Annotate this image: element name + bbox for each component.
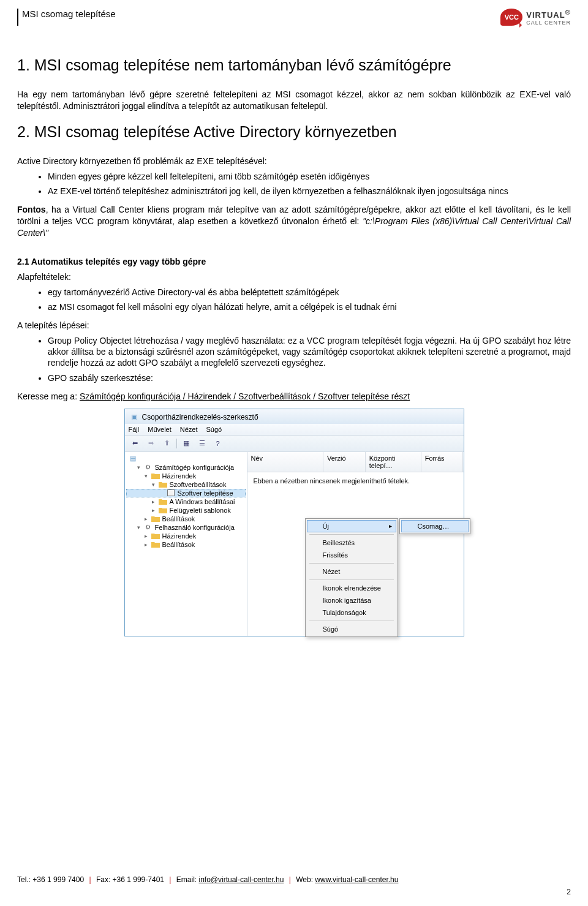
- step-1: Group Policy Objectet létrehozása / vagy…: [48, 335, 571, 369]
- tree-item-2[interactable]: ▾Szoftverbeállítások: [126, 480, 246, 489]
- forward-button[interactable]: ➡: [145, 437, 158, 450]
- section1-heading: 1. MSI csomag telepítése nem tartományba…: [17, 56, 571, 74]
- help-icon[interactable]: ?: [211, 437, 225, 450]
- tree-toggle-icon[interactable]: ▾: [136, 524, 141, 530]
- tree-item-9[interactable]: ▸Beállítások: [126, 540, 246, 549]
- tree-item-3[interactable]: Szoftver telepítése: [126, 489, 246, 497]
- footer-fax: +36 1 999-7401: [113, 875, 164, 884]
- context-menu-item-0[interactable]: Új: [307, 520, 396, 532]
- up-button[interactable]: ⇧: [160, 437, 174, 450]
- tree-item-label: Szoftver telepítése: [178, 489, 233, 497]
- window-titlebar: ▣ Csoportházirendkezelés-szerkesztő: [125, 409, 464, 424]
- footer-tel-label: Tel.:: [17, 875, 32, 884]
- col-version[interactable]: Verzió: [323, 452, 366, 472]
- tree-item-4[interactable]: ▸A Windows beállításai: [126, 497, 246, 506]
- tree-item-label: Házirendek: [162, 472, 197, 480]
- menubar: Fájl Művelet Nézet Súgó: [125, 424, 464, 436]
- footer-sep-2: |: [169, 875, 171, 884]
- tree-root[interactable]: ▤: [126, 455, 246, 463]
- folder-icon: [151, 515, 160, 523]
- footer-sep-1: |: [89, 875, 91, 884]
- logo-line2: CALL CENTER: [526, 20, 571, 26]
- tree-item-label: Beállítások: [162, 541, 195, 548]
- col-source[interactable]: Forrás: [421, 452, 464, 472]
- context-menu: ÚjBeillesztésFrissítésNézetIkonok elrend…: [305, 518, 398, 637]
- context-menu-item-11[interactable]: Súgó: [307, 623, 396, 635]
- app-icon: ▣: [130, 413, 138, 421]
- toolbar: ⬅ ➡ ⇧ ▦ ☰ ?: [125, 436, 464, 452]
- back-button[interactable]: ⬅: [129, 437, 142, 450]
- folder-icon: [151, 541, 160, 548]
- pre-item-1: az MSI csomagot fel kell másolni egy oly…: [48, 301, 571, 312]
- pre-label: Alapfeltételek:: [17, 271, 571, 283]
- logo-reg: ®: [565, 9, 571, 16]
- gpedit-window: ▣ Csoportházirendkezelés-szerkesztő Fájl…: [124, 409, 464, 636]
- section2-bullet-0: Minden egyes gépre kézzel kell feltelepí…: [48, 171, 571, 182]
- context-menu-item-9[interactable]: Tulajdonságok: [307, 606, 396, 619]
- tree-toggle-icon[interactable]: ▸: [151, 507, 156, 513]
- menu-file[interactable]: Fájl: [129, 426, 140, 433]
- context-menu-item-5[interactable]: Nézet: [307, 565, 396, 578]
- context-menu-item-8[interactable]: Ikonok igazítása: [307, 594, 396, 606]
- tree-item-label: A Windows beállításai: [170, 498, 235, 505]
- tree-item-5[interactable]: ▸Felügyeleti sablonok: [126, 506, 246, 515]
- brand-logo: VCC VIRTUAL® CALL CENTER: [500, 9, 571, 26]
- page-number: 2: [17, 888, 571, 896]
- tree-item-8[interactable]: ▸Házirendek: [126, 532, 246, 540]
- list-icon[interactable]: ☰: [195, 437, 209, 450]
- section2-heading: 2. MSI csomag telepítése Active Director…: [17, 123, 571, 141]
- section21-heading: 2.1 Automatikus telepítés egy vagy több …: [17, 256, 571, 268]
- logo-line1: VIRTUAL: [526, 10, 565, 20]
- section2-intro: Active Directory környezetben fő problém…: [17, 156, 571, 167]
- col-name[interactable]: Név: [247, 452, 323, 472]
- find-prefix: Keresse meg a:: [17, 391, 80, 401]
- tree-item-1[interactable]: ▾Házirendek: [126, 472, 246, 480]
- folder-icon: [159, 507, 167, 514]
- tree-toggle-icon[interactable]: ▾: [151, 481, 156, 488]
- tree-toggle-icon[interactable]: ▾: [143, 473, 149, 479]
- grid-icon[interactable]: ▦: [179, 437, 193, 450]
- tree-pane[interactable]: ▤ ▾⚙Számítógép konfigurációja▾Házirendek…: [125, 452, 247, 636]
- tree-toggle-icon[interactable]: ▾: [136, 464, 141, 470]
- footer-web[interactable]: www.virtual-call-center.hu: [315, 875, 398, 884]
- tree-toggle-icon[interactable]: ▸: [143, 533, 149, 539]
- menu-view[interactable]: Nézet: [180, 426, 198, 433]
- context-menu-separator: [309, 579, 394, 580]
- menu-action[interactable]: Művelet: [148, 426, 172, 433]
- pre-item-0: egy tartományvezérlő Active Directory-va…: [48, 287, 571, 298]
- tree-toggle-icon[interactable]: ▸: [143, 542, 149, 548]
- doc-icon: ▤: [129, 455, 137, 462]
- tree-toggle-icon[interactable]: ▸: [151, 499, 156, 505]
- footer-email[interactable]: info@virtual-call-center.hu: [199, 875, 284, 884]
- tree-toggle-icon[interactable]: ▸: [143, 516, 149, 522]
- logo-bubble: VCC: [500, 9, 522, 26]
- context-menu-item-3[interactable]: Frissítés: [307, 549, 396, 561]
- gear-icon: ⚙: [144, 464, 153, 471]
- tree-item-label: Szoftverbeállítások: [170, 481, 227, 488]
- section2-bullet-1: Az EXE-vel történő telepítéshez adminisz…: [48, 186, 571, 197]
- context-menu-item-2[interactable]: Beillesztés: [307, 537, 396, 549]
- tree-item-label: Számítógép konfigurációja: [155, 464, 235, 471]
- window-title: Csoportházirendkezelés-szerkesztő: [142, 413, 258, 421]
- page-header-title: MSI csomag telepítése: [22, 9, 116, 19]
- menu-help[interactable]: Súgó: [206, 426, 222, 433]
- list-pane[interactable]: Név Verzió Központi telepí… Forrás Ebben…: [247, 452, 464, 636]
- submenu-package[interactable]: Csomag…: [401, 520, 469, 532]
- tree-item-6[interactable]: ▸Beállítások: [126, 515, 246, 523]
- context-submenu: Csomag…: [399, 518, 470, 534]
- tree-item-label: Felhasználó konfigurációja: [155, 524, 235, 531]
- find-line: Keresse meg a: Számítógép konfigurációja…: [17, 391, 571, 402]
- footer-sep-3: |: [289, 875, 291, 884]
- tree-item-7[interactable]: ▾⚙Felhasználó konfigurációja: [126, 523, 246, 532]
- find-path: Számítógép konfigurációja / Házirendek /…: [80, 391, 410, 401]
- section1-para: Ha egy nem tartományban lévő gépre szere…: [17, 89, 571, 112]
- col-deploy[interactable]: Központi telepí…: [366, 452, 421, 472]
- tree-item-label: Házirendek: [162, 532, 197, 540]
- box-icon: [167, 489, 175, 497]
- svg-rect-0: [167, 490, 174, 496]
- context-menu-separator: [309, 563, 394, 564]
- context-menu-item-7[interactable]: Ikonok elrendezése: [307, 582, 396, 594]
- important-label: Fontos: [17, 205, 46, 214]
- tree-item-0[interactable]: ▾⚙Számítógép konfigurációja: [126, 463, 246, 472]
- context-menu-separator: [309, 534, 394, 535]
